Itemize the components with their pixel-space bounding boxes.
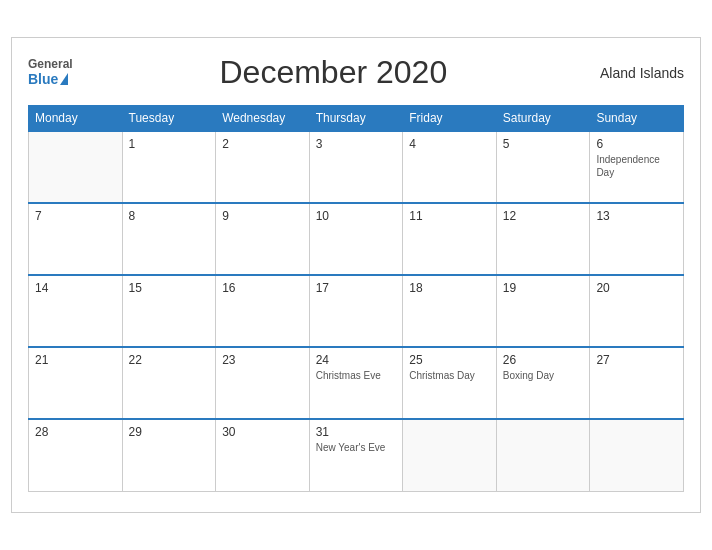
calendar-cell: 5 (496, 131, 590, 203)
calendar-cell: 12 (496, 203, 590, 275)
calendar-grid: MondayTuesdayWednesdayThursdayFridaySatu… (28, 105, 684, 492)
holiday-label: Independence Day (596, 153, 677, 179)
calendar-cell: 19 (496, 275, 590, 347)
calendar-cell: 31New Year's Eve (309, 419, 403, 491)
calendar-cell: 10 (309, 203, 403, 275)
day-number: 2 (222, 137, 303, 151)
logo: General Blue (28, 58, 73, 87)
weekday-header-thursday: Thursday (309, 106, 403, 132)
calendar-cell: 25Christmas Day (403, 347, 497, 419)
calendar-cell: 26Boxing Day (496, 347, 590, 419)
weekday-header-row: MondayTuesdayWednesdayThursdayFridaySatu… (29, 106, 684, 132)
day-number: 27 (596, 353, 677, 367)
day-number: 14 (35, 281, 116, 295)
calendar-cell: 15 (122, 275, 216, 347)
calendar-cell: 22 (122, 347, 216, 419)
week-row-3: 14151617181920 (29, 275, 684, 347)
day-number: 26 (503, 353, 584, 367)
day-number: 29 (129, 425, 210, 439)
calendar-cell: 24Christmas Eve (309, 347, 403, 419)
week-row-2: 78910111213 (29, 203, 684, 275)
weekday-header-wednesday: Wednesday (216, 106, 310, 132)
day-number: 19 (503, 281, 584, 295)
day-number: 24 (316, 353, 397, 367)
holiday-label: Boxing Day (503, 369, 584, 382)
day-number: 30 (222, 425, 303, 439)
calendar-cell: 21 (29, 347, 123, 419)
weekday-header-monday: Monday (29, 106, 123, 132)
calendar-cell: 14 (29, 275, 123, 347)
holiday-label: New Year's Eve (316, 441, 397, 454)
calendar-header: General Blue December 2020 Aland Islands (28, 54, 684, 91)
day-number: 25 (409, 353, 490, 367)
calendar-cell: 1 (122, 131, 216, 203)
day-number: 12 (503, 209, 584, 223)
calendar-cell: 28 (29, 419, 123, 491)
calendar-cell: 18 (403, 275, 497, 347)
calendar-cell: 29 (122, 419, 216, 491)
calendar-cell: 23 (216, 347, 310, 419)
calendar-wrapper: General Blue December 2020 Aland Islands… (11, 37, 701, 513)
calendar-title: December 2020 (73, 54, 594, 91)
day-number: 9 (222, 209, 303, 223)
weekday-header-friday: Friday (403, 106, 497, 132)
calendar-cell: 11 (403, 203, 497, 275)
calendar-cell: 3 (309, 131, 403, 203)
calendar-cell (590, 419, 684, 491)
weekday-header-sunday: Sunday (590, 106, 684, 132)
day-number: 15 (129, 281, 210, 295)
logo-blue-text: Blue (28, 72, 58, 87)
day-number: 13 (596, 209, 677, 223)
day-number: 17 (316, 281, 397, 295)
calendar-cell: 27 (590, 347, 684, 419)
calendar-cell (29, 131, 123, 203)
day-number: 21 (35, 353, 116, 367)
day-number: 8 (129, 209, 210, 223)
day-number: 4 (409, 137, 490, 151)
week-row-4: 21222324Christmas Eve25Christmas Day26Bo… (29, 347, 684, 419)
day-number: 18 (409, 281, 490, 295)
calendar-cell: 2 (216, 131, 310, 203)
calendar-cell: 30 (216, 419, 310, 491)
calendar-cell (403, 419, 497, 491)
day-number: 31 (316, 425, 397, 439)
region-label: Aland Islands (594, 65, 684, 81)
day-number: 22 (129, 353, 210, 367)
day-number: 20 (596, 281, 677, 295)
day-number: 5 (503, 137, 584, 151)
day-number: 11 (409, 209, 490, 223)
holiday-label: Christmas Day (409, 369, 490, 382)
day-number: 23 (222, 353, 303, 367)
weekday-header-saturday: Saturday (496, 106, 590, 132)
calendar-cell: 8 (122, 203, 216, 275)
calendar-cell (496, 419, 590, 491)
logo-triangle-icon (60, 73, 68, 85)
calendar-cell: 6Independence Day (590, 131, 684, 203)
week-row-1: 123456Independence Day (29, 131, 684, 203)
calendar-cell: 4 (403, 131, 497, 203)
calendar-cell: 13 (590, 203, 684, 275)
day-number: 6 (596, 137, 677, 151)
week-row-5: 28293031New Year's Eve (29, 419, 684, 491)
calendar-cell: 9 (216, 203, 310, 275)
day-number: 28 (35, 425, 116, 439)
calendar-cell: 17 (309, 275, 403, 347)
day-number: 1 (129, 137, 210, 151)
holiday-label: Christmas Eve (316, 369, 397, 382)
weekday-header-tuesday: Tuesday (122, 106, 216, 132)
logo-general-text: General (28, 58, 73, 71)
calendar-cell: 16 (216, 275, 310, 347)
day-number: 7 (35, 209, 116, 223)
calendar-cell: 7 (29, 203, 123, 275)
day-number: 3 (316, 137, 397, 151)
calendar-cell: 20 (590, 275, 684, 347)
day-number: 10 (316, 209, 397, 223)
day-number: 16 (222, 281, 303, 295)
